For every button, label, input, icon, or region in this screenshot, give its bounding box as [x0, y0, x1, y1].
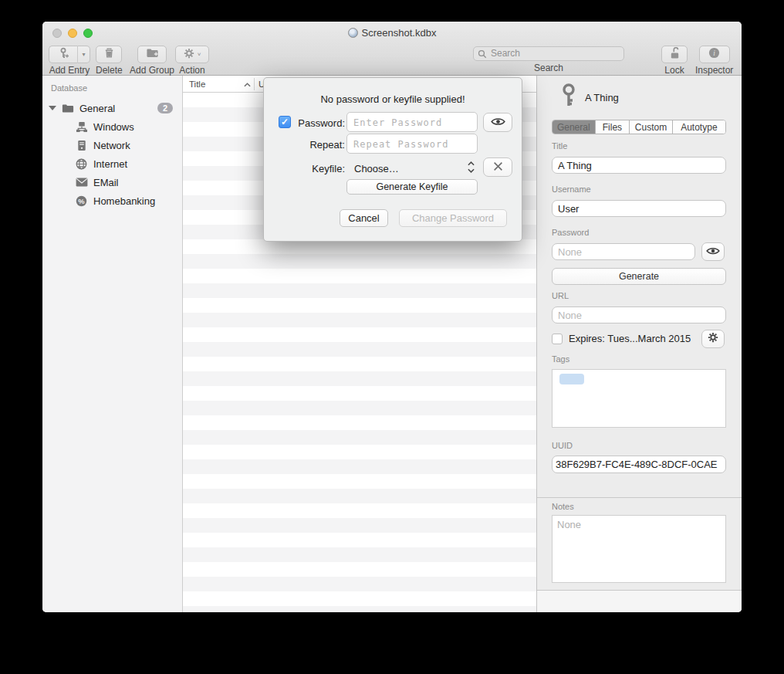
- generate-keyfile-button[interactable]: Generate Keyfile: [346, 179, 478, 195]
- stepper-icon[interactable]: [468, 161, 475, 173]
- notes-input[interactable]: [552, 515, 726, 583]
- tab-label: Custom: [635, 122, 667, 133]
- folder-plus-icon: [146, 47, 159, 62]
- add-entry-dropdown[interactable]: ▾: [77, 46, 90, 63]
- change-password-dialog: No password or keyfile supplied! Passwor…: [263, 77, 522, 242]
- sidebar: Database General 2 Windows Network: [42, 76, 183, 612]
- tab-files[interactable]: Files: [596, 120, 630, 134]
- gear-icon: [708, 332, 718, 346]
- column-title-label: Title: [189, 80, 205, 89]
- sidebar-item-label: EMail: [93, 177, 119, 188]
- sidebar-item-email[interactable]: EMail: [42, 173, 182, 191]
- add-entry-button[interactable]: [49, 46, 77, 63]
- dialog-password-label: Password:: [279, 117, 345, 129]
- tab-autotype[interactable]: Autotype: [673, 120, 725, 134]
- inspector-group: i Inspector: [695, 46, 733, 76]
- generate-keyfile-label: Generate Keyfile: [376, 181, 448, 192]
- eye-icon: [706, 245, 720, 259]
- sidebar-item-internet[interactable]: Internet: [42, 154, 182, 173]
- info-icon: i: [708, 47, 720, 62]
- lock-label: Lock: [664, 65, 684, 76]
- column-header-title[interactable]: Title: [183, 80, 254, 89]
- globe-icon: [75, 157, 88, 171]
- sidebar-item-label: Windows: [93, 121, 134, 133]
- delete-group: Delete: [96, 46, 123, 76]
- inspector-button[interactable]: i: [699, 46, 730, 63]
- inspector-footer: [537, 590, 742, 612]
- sidebar-item-homebanking[interactable]: % Homebanking: [42, 191, 182, 210]
- svg-text:i: i: [713, 49, 715, 57]
- tag-chip[interactable]: [559, 374, 584, 384]
- delete-label: Delete: [96, 65, 123, 76]
- eye-icon: [491, 116, 505, 130]
- notes-divider: [537, 497, 742, 498]
- add-group-button[interactable]: [137, 46, 167, 63]
- inspector-panel: A Thing General Files Custom Autotype Ti…: [536, 76, 742, 612]
- action-button[interactable]: ˅: [175, 46, 209, 63]
- tab-general[interactable]: General: [553, 120, 596, 134]
- envelope-icon: [75, 176, 88, 189]
- tags-area[interactable]: [552, 369, 726, 428]
- sidebar-item-network[interactable]: Network: [42, 136, 182, 154]
- uuid-field-label: UUID: [552, 441, 573, 450]
- lock-group: Lock: [661, 46, 688, 76]
- sidebar-section-header: Database: [51, 83, 87, 93]
- dialog-repeat-label: Repeat:: [279, 139, 345, 151]
- reveal-password-button[interactable]: [701, 242, 725, 261]
- password-input[interactable]: [552, 243, 695, 260]
- entry-count-badge: 2: [157, 103, 173, 113]
- sidebar-item-label: Homebanking: [93, 195, 155, 207]
- tab-custom[interactable]: Custom: [630, 120, 673, 134]
- sidebar-item-label: General: [79, 103, 115, 114]
- username-input[interactable]: [552, 200, 726, 217]
- password-field-label: Password: [552, 228, 589, 237]
- dialog-repeat-input[interactable]: [346, 134, 478, 154]
- expires-checkbox[interactable]: [552, 334, 563, 344]
- generate-password-button[interactable]: Generate: [552, 268, 726, 285]
- dialog-warning-message: No password or keyfile supplied!: [264, 93, 522, 105]
- toolbar: ▾ Add Entry Delete: [42, 43, 742, 76]
- document-icon: [348, 28, 358, 38]
- generate-label: Generate: [619, 271, 659, 282]
- add-entry-label: Add Entry: [49, 65, 90, 76]
- add-group-label: Add Group: [130, 65, 174, 76]
- uuid-input[interactable]: [552, 456, 726, 473]
- tab-label: Files: [603, 122, 622, 133]
- expires-settings-button[interactable]: [701, 330, 725, 348]
- server-icon: [75, 139, 88, 152]
- search-label: Search: [534, 63, 563, 73]
- chevron-down-icon: ˅: [198, 51, 201, 58]
- tab-label: Autotype: [681, 122, 717, 133]
- window-header: Screenshot.kdbx ▾ Add Entry: [42, 22, 742, 76]
- disclosure-triangle-icon[interactable]: [49, 106, 56, 110]
- change-password-button[interactable]: Change Password: [399, 209, 507, 227]
- add-group-group: Add Group: [130, 46, 174, 76]
- keyfile-popup-value: Choose…: [354, 163, 399, 174]
- sidebar-item-general[interactable]: General 2: [42, 99, 182, 117]
- action-group: ˅ Action: [175, 46, 209, 76]
- add-entry-group: ▾ Add Entry: [49, 46, 90, 76]
- inspector-tabs: General Files Custom Autotype: [552, 120, 726, 134]
- url-input[interactable]: [552, 307, 726, 323]
- title-input[interactable]: [552, 157, 726, 174]
- trash-icon: [103, 47, 115, 62]
- delete-button[interactable]: [96, 46, 122, 63]
- keyfile-popup-button[interactable]: Choose…: [354, 163, 399, 174]
- url-field-label: URL: [552, 291, 569, 300]
- workstations-icon: [75, 120, 88, 134]
- sidebar-item-windows[interactable]: Windows: [42, 117, 182, 136]
- username-field-label: Username: [552, 185, 591, 194]
- expires-label: Expires: Tues...March 2015: [569, 333, 691, 344]
- dialog-password-input[interactable]: [346, 112, 478, 132]
- tags-field-label: Tags: [552, 354, 569, 364]
- search-group: Search: [473, 46, 624, 73]
- cancel-button[interactable]: Cancel: [340, 209, 388, 227]
- search-input[interactable]: [473, 46, 624, 61]
- sort-ascending-icon: [244, 80, 251, 89]
- action-label: Action: [179, 65, 204, 76]
- clear-keyfile-button[interactable]: [483, 157, 512, 177]
- search-icon: [478, 48, 487, 62]
- dialog-reveal-password-button[interactable]: [483, 113, 512, 132]
- key-icon: [560, 83, 577, 111]
- lock-button[interactable]: [661, 46, 688, 63]
